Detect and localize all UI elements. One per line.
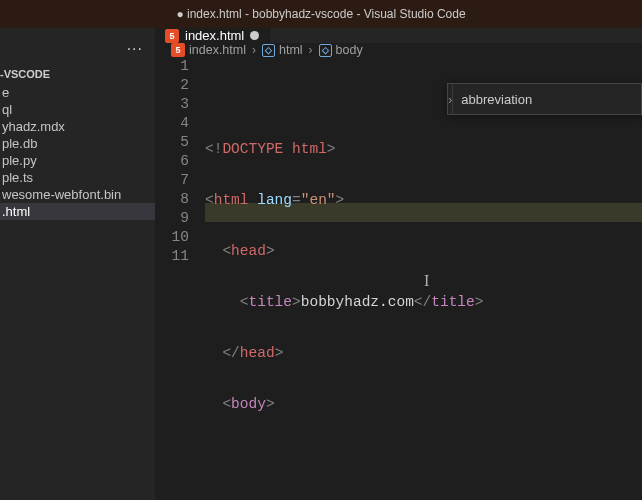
list-item[interactable]: ql <box>0 101 155 118</box>
code-editor[interactable]: 1 2 3 4 5 6 7 8 9 10 11 <!DOCTYPE html> … <box>155 57 642 500</box>
list-item[interactable]: ple.db <box>0 135 155 152</box>
list-item[interactable]: wesome-webfont.bin <box>0 186 155 203</box>
html5-file-icon: 5 <box>165 29 179 43</box>
explorer-sidebar: ··· -VSCODE e ql yhadz.mdx ple.db ple.py… <box>0 28 155 500</box>
explorer-folder-label[interactable]: -VSCODE <box>0 66 155 84</box>
tab-dirty-indicator-icon[interactable] <box>250 31 259 40</box>
html5-file-icon: 5 <box>171 43 185 57</box>
breadcrumb-node[interactable]: body <box>336 43 363 57</box>
breadcrumb-node[interactable]: html <box>279 43 303 57</box>
explorer-file-list: e ql yhadz.mdx ple.db ple.py ple.ts weso… <box>0 84 155 220</box>
find-widget[interactable]: › Aa <box>447 83 642 115</box>
breadcrumb-file[interactable]: index.html <box>189 43 246 57</box>
find-input[interactable] <box>453 84 637 114</box>
list-item[interactable]: ple.ts <box>0 169 155 186</box>
chevron-right-icon: › <box>252 43 256 57</box>
list-item[interactable]: yhadz.mdx <box>0 118 155 135</box>
chevron-right-icon: › <box>309 43 313 57</box>
element-icon: ◇ <box>262 44 275 57</box>
list-item[interactable]: ple.py <box>0 152 155 169</box>
tab-label: index.html <box>185 28 244 43</box>
breadcrumb[interactable]: 5 index.html › ◇ html › ◇ body <box>155 43 642 57</box>
code-content[interactable]: <!DOCTYPE html> <html lang="en"> <head> … <box>205 57 642 500</box>
tab-index-html[interactable]: 5 index.html <box>155 28 270 43</box>
list-item[interactable]: .html <box>0 203 155 220</box>
element-icon: ◇ <box>319 44 332 57</box>
window-title: ● index.html - bobbyhadz-vscode - Visual… <box>176 7 465 21</box>
line-number-gutter: 1 2 3 4 5 6 7 8 9 10 11 <box>155 57 205 500</box>
editor-tabs: 5 index.html <box>155 28 642 43</box>
more-actions-icon[interactable]: ··· <box>127 40 143 58</box>
window-titlebar: ● index.html - bobbyhadz-vscode - Visual… <box>0 0 642 28</box>
list-item[interactable]: e <box>0 84 155 101</box>
